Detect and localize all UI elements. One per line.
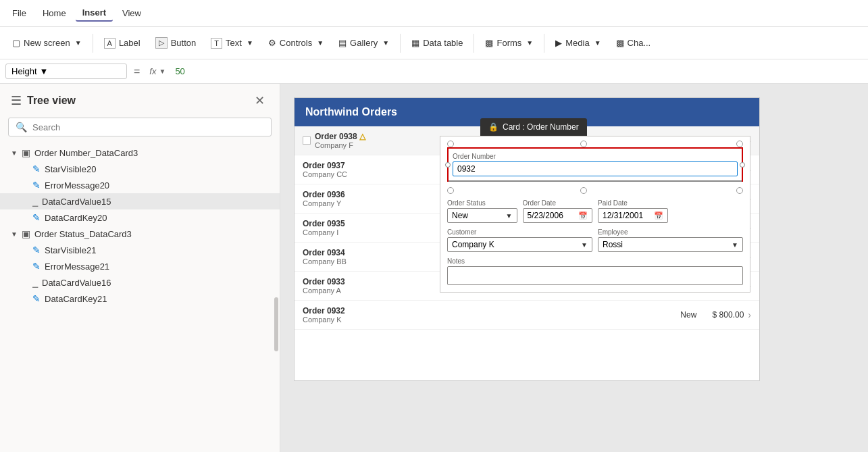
search-input[interactable]	[32, 122, 264, 132]
label-button[interactable]: A Label	[97, 34, 147, 52]
row-handle-left	[303, 136, 311, 145]
customer-arrow-icon: ▼	[581, 241, 588, 249]
gallery-button[interactable]: ▤ Gallery ▼	[332, 34, 396, 51]
tree-node-datacardkey21[interactable]: ✎ DataCardKey21	[0, 291, 280, 307]
fx-chevron-icon: ▼	[159, 68, 165, 75]
toolbar-sep-2	[400, 34, 401, 53]
calendar-icon-2: 📅	[654, 211, 663, 220]
order-date-value: 5/23/2006	[528, 211, 563, 220]
tree-node-order-number-datacard3[interactable]: ▼ ▣ Order Number_DataCard3	[0, 145, 280, 161]
toolbar: ▢ New screen ▼ A Label ▷ Button T Text ▼…	[0, 27, 868, 59]
menu-view[interactable]: View	[116, 5, 148, 21]
tree-label-error-message20: ErrorMessage20	[45, 180, 109, 191]
gallery-icon: ▤	[338, 38, 347, 48]
media-button[interactable]: ▶ Media ▼	[548, 34, 607, 51]
employee-select[interactable]: Rossi ▼	[598, 237, 743, 252]
order-chevron-icon: ›	[748, 309, 751, 320]
order-date-input[interactable]: 5/23/2006 📅	[523, 208, 593, 223]
new-screen-chevron: ▼	[75, 39, 82, 47]
notes-label: Notes	[447, 257, 743, 265]
tree-node-star-visible20[interactable]: ✎ StarVisible20	[0, 161, 280, 177]
form-grid: Order Status New ▼ Order Date 5/23/2006	[447, 199, 743, 285]
menu-insert[interactable]: Insert	[76, 5, 113, 22]
tree-node-order-status-datacard3[interactable]: ▼ ▣ Order Status_DataCard3	[0, 226, 280, 242]
sidebar-header: ☰ Tree view ✕	[0, 84, 280, 115]
forms-button[interactable]: ▩ Forms ▼	[478, 34, 540, 51]
order-status-select[interactable]: New ▼	[447, 208, 517, 223]
order-number: Order 0932	[303, 306, 649, 316]
menu-home[interactable]: Home	[36, 5, 73, 21]
menu-file[interactable]: File	[5, 5, 33, 21]
order-status-arrow-icon: ▼	[506, 212, 513, 220]
order-status-label: Order Status	[447, 199, 517, 207]
sidebar: ☰ Tree view ✕ 🔍 ▼ ▣ Order Number_DataCar…	[0, 84, 280, 452]
element-icon-7: ⎯	[32, 277, 38, 288]
order-number-input[interactable]	[453, 161, 738, 176]
app-canvas: Northwind Orders Order 0938 △ Company F …	[294, 97, 760, 381]
gallery-chevron: ▼	[382, 39, 389, 47]
toolbar-sep-1	[93, 34, 93, 53]
handle-tl[interactable]	[447, 141, 454, 147]
new-screen-icon: ▢	[12, 38, 20, 48]
handle-ml[interactable]	[445, 162, 451, 168]
handle-mr[interactable]	[740, 162, 745, 168]
paid-date-label: Paid Date	[598, 199, 668, 207]
tree-label-datacardkey21: DataCardKey21	[45, 294, 107, 304]
new-screen-button[interactable]: ▢ New screen ▼	[5, 34, 88, 51]
tree-content: ▼ ▣ Order Number_DataCard3 ✎ StarVisible…	[0, 142, 280, 452]
customer-select[interactable]: Company K ▼	[447, 237, 592, 252]
property-label: Height	[11, 66, 37, 76]
notes-input[interactable]	[447, 266, 743, 285]
media-chevron: ▼	[594, 39, 601, 47]
forms-chevron: ▼	[526, 39, 533, 47]
text-chevron: ▼	[247, 39, 253, 47]
paid-date-input[interactable]: 12/31/2001 📅	[598, 208, 668, 223]
label-icon: A	[104, 38, 116, 49]
expand-icon-2: ▼	[11, 230, 22, 238]
tree-node-datacardvalue15[interactable]: ⎯ DataCardValue15	[0, 193, 280, 209]
charts-button[interactable]: ▩ Cha...	[609, 34, 658, 51]
button-button[interactable]: ▷ Button	[149, 34, 203, 52]
forms-icon: ▩	[485, 38, 493, 48]
employee-arrow-icon: ▼	[732, 241, 738, 249]
customer-value: Company K	[452, 240, 494, 249]
card-title-bar: 🔒 Card : Order Number	[480, 118, 587, 136]
card-overlay: 🔒 Card : Order Number Order Number	[440, 118, 750, 293]
tree-label-star-visible21: StarVisible21	[45, 245, 96, 255]
card-title: Card : Order Number	[503, 122, 579, 132]
element-icon-2: ✎	[32, 180, 41, 191]
button-icon: ▷	[155, 37, 168, 49]
equals-sign: =	[131, 66, 143, 78]
form-field-paid-date: Paid Date 12/31/2001 📅	[598, 199, 668, 223]
tree-node-error-message21[interactable]: ✎ ErrorMessage21	[0, 258, 280, 274]
element-icon-3: ⎯	[32, 196, 38, 207]
handle-bottom-line	[449, 180, 742, 182]
handle-tm[interactable]	[580, 141, 587, 147]
sidebar-scrollbar-thumb[interactable]	[274, 297, 278, 351]
element-icon-6: ✎	[32, 261, 41, 272]
text-button[interactable]: T Text ▼	[204, 34, 259, 52]
search-box: 🔍	[8, 118, 272, 136]
charts-icon: ▩	[616, 38, 624, 48]
handle-bl[interactable]	[447, 187, 454, 194]
handle-bm[interactable]	[580, 187, 587, 194]
tree-node-datacardkey20[interactable]: ✎ DataCardKey20	[0, 209, 280, 226]
container-icon: ▣	[22, 147, 30, 158]
tree-node-datacardvalue16[interactable]: ⎯ DataCardValue16	[0, 274, 280, 291]
formula-value[interactable]: 50	[172, 65, 863, 78]
fx-button[interactable]: fx ▼	[147, 66, 168, 76]
handle-br[interactable]	[736, 187, 743, 194]
controls-icon: ⚙	[268, 38, 276, 48]
controls-button[interactable]: ⚙ Controls ▼	[261, 34, 330, 51]
container-icon-2: ▣	[22, 228, 30, 239]
tree-label-datacardvalue16: DataCardValue16	[42, 278, 111, 288]
text-icon: T	[211, 38, 222, 49]
tree-node-error-message20[interactable]: ✎ ErrorMessage20	[0, 177, 280, 193]
data-table-button[interactable]: ▦ Data table	[405, 34, 469, 51]
tree-node-star-visible21[interactable]: ✎ StarVisible21	[0, 242, 280, 258]
property-dropdown[interactable]: Height ▼	[5, 64, 127, 79]
handle-tr[interactable]	[736, 141, 743, 147]
table-row[interactable]: Order 0932 Company K New $ 800.00 ›	[295, 301, 759, 330]
app-header-title: Northwind Orders	[305, 106, 397, 118]
sidebar-close-button[interactable]: ✕	[251, 92, 269, 109]
